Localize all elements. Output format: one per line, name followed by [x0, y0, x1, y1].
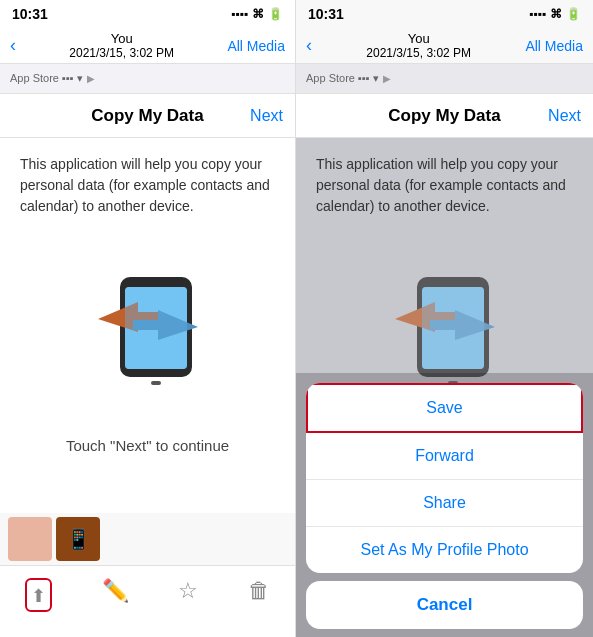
phone-transfer-svg-left [68, 247, 228, 407]
action-cancel[interactable]: Cancel [306, 581, 583, 629]
share-icon: ⬆ [31, 586, 46, 606]
right-panel: 10:31 ▪▪▪▪ ⌘ 🔋 ‹ You 2021/3/15, 3:02 PM … [296, 0, 593, 637]
appstore-bar-left: App Store ▪▪▪ ▾ ▶ [0, 64, 295, 94]
pencil-icon: ✏️ [102, 578, 129, 604]
share-box[interactable]: ⬆ [25, 578, 52, 612]
all-media-left[interactable]: All Media [227, 38, 285, 54]
app-header-left: Copy My Data Next [0, 94, 295, 138]
battery-icon-right: 🔋 [566, 7, 581, 21]
back-arrow-left[interactable]: ‹ [10, 35, 16, 56]
message-header-left: ‹ You 2021/3/15, 3:02 PM All Media [0, 28, 295, 64]
action-sheet: Save Forward Share Set As My Profile Pho… [306, 383, 583, 573]
share-bottom-icon[interactable]: ⬆ [17, 574, 60, 616]
message-header-right: ‹ You 2021/3/15, 3:02 PM All Media [296, 28, 593, 64]
sender-date-left: 2021/3/15, 3:02 PM [69, 46, 174, 60]
favorite-icon[interactable]: ☆ [170, 574, 206, 608]
app-description-right: This application will help you copy your… [316, 154, 573, 217]
svg-rect-4 [125, 287, 187, 369]
time-right: 10:31 [308, 6, 344, 22]
star-icon: ☆ [178, 578, 198, 604]
right-body: This application will help you copy your… [296, 138, 593, 637]
appstore-arrow-right: ▶ [383, 73, 391, 84]
sender-info-left: You 2021/3/15, 3:02 PM [69, 31, 174, 60]
time-left: 10:31 [12, 6, 48, 22]
action-forward[interactable]: Forward [306, 433, 583, 480]
app-instruction-left: Touch "Next" to continue [66, 437, 229, 454]
signal-icon-right: ▪▪▪▪ [529, 7, 546, 21]
appstore-label-left: App Store ▪▪▪ ▾ [10, 72, 83, 85]
app-body-left: This application will help you copy your… [0, 138, 295, 513]
action-share[interactable]: Share [306, 480, 583, 527]
sender-name-right: You [366, 31, 471, 46]
svg-rect-5 [151, 381, 161, 385]
status-bar-left: 10:31 ▪▪▪▪ ⌘ 🔋 [0, 0, 295, 28]
action-profile-photo[interactable]: Set As My Profile Photo [306, 527, 583, 573]
signal-icon: ▪▪▪▪ [231, 7, 248, 21]
thumb-2: 📱 [56, 517, 100, 561]
app-illustration-left [68, 247, 228, 407]
all-media-right[interactable]: All Media [525, 38, 583, 54]
battery-icon: 🔋 [268, 7, 283, 21]
wifi-icon: ⌘ [252, 7, 264, 21]
thumb-strip-left: 📱 [0, 513, 295, 565]
thumb-1 [8, 517, 52, 561]
trash-icon: 🗑 [248, 578, 270, 604]
status-bar-right: 10:31 ▪▪▪▪ ⌘ 🔋 [296, 0, 593, 28]
sender-info-right: You 2021/3/15, 3:02 PM [366, 31, 471, 60]
action-save[interactable]: Save [306, 383, 583, 433]
svg-rect-10 [422, 287, 484, 369]
appstore-arrow-left: ▶ [87, 73, 95, 84]
next-button-left[interactable]: Next [250, 107, 283, 125]
sender-name-left: You [69, 31, 174, 46]
appstore-label-right: App Store ▪▪▪ ▾ [306, 72, 379, 85]
sender-date-right: 2021/3/15, 3:02 PM [366, 46, 471, 60]
status-icons-right: ▪▪▪▪ ⌘ 🔋 [529, 7, 581, 21]
appstore-bar-right: App Store ▪▪▪ ▾ ▶ [296, 64, 593, 94]
app-title-right: Copy My Data [388, 106, 500, 126]
next-button-right[interactable]: Next [548, 107, 581, 125]
bottom-bar-left: ⬆ ✏️ ☆ 🗑 [0, 565, 295, 637]
left-panel: 10:31 ▪▪▪▪ ⌘ 🔋 ‹ You 2021/3/15, 3:02 PM … [0, 0, 296, 637]
status-icons-left: ▪▪▪▪ ⌘ 🔋 [231, 7, 283, 21]
markup-icon[interactable]: ✏️ [94, 574, 137, 608]
wifi-icon-right: ⌘ [550, 7, 562, 21]
back-arrow-right[interactable]: ‹ [306, 35, 312, 56]
app-header-right: Copy My Data Next [296, 94, 593, 138]
app-title-left: Copy My Data [91, 106, 203, 126]
action-sheet-overlay: Save Forward Share Set As My Profile Pho… [296, 373, 593, 637]
delete-icon[interactable]: 🗑 [240, 574, 278, 608]
app-description-left: This application will help you copy your… [20, 154, 275, 217]
